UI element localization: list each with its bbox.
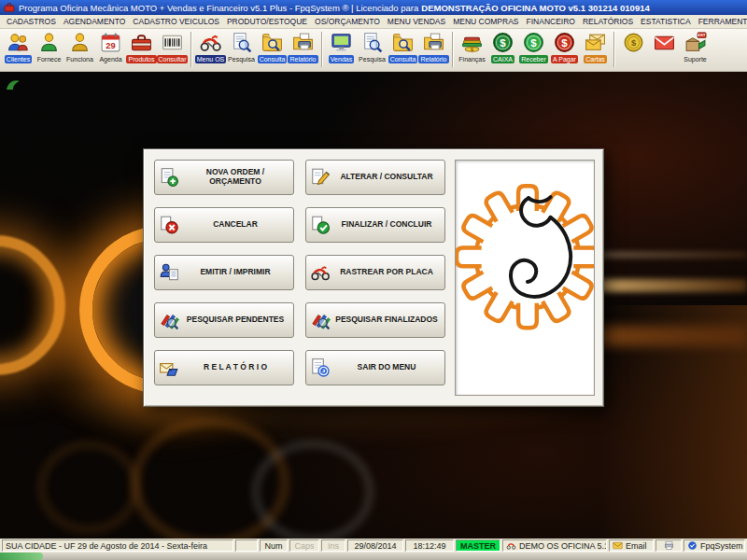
menu-item-relatorios[interactable]: RELATÓRIOS [579,16,637,27]
toolbar-agenda[interactable]: 29Agenda [95,31,126,70]
monitor-icon [330,31,353,54]
svg-text:EXIT: EXIT [698,34,706,37]
reflection-ring [252,441,374,539]
button-alterar[interactable]: ALTERAR / CONSULTAR [305,160,445,195]
button-label: R E L A T Ó R I O [181,363,289,372]
toolbar-label: Receber [519,55,547,63]
toolbar-separator [321,32,323,67]
svg-text:$: $ [631,38,637,48]
toolbar-suporte[interactable]: EXITSuporte [680,31,711,70]
toolbox-icon [130,31,153,54]
search-tools-icon [159,310,179,330]
coin-green-icon: $ [522,31,545,54]
button-label: RASTREAR POR PLACA [332,268,441,277]
toolbar-consulta-vendas[interactable]: Consulta [388,31,418,70]
mail-report-icon [159,357,179,378]
menu-item-label: ESTATISTICA [641,17,691,26]
support-icon: EXIT [684,31,707,54]
svg-text:$: $ [530,37,537,49]
svg-text:$: $ [500,37,506,49]
toolbar-fornecedores[interactable]: Fornece [34,31,64,70]
toolbar: ClientesForneceFunciona29AgendaProdutosC… [0,29,747,72]
button-cancelar[interactable]: CANCELAR [154,207,294,243]
toolbar-consultar-produtos[interactable]: Consultar [157,31,188,70]
cancel-icon [159,215,179,235]
button-relatorio[interactable]: R E L A T Ó R I O [154,350,294,385]
doc-search-icon [360,31,384,54]
toolbar-a-pagar[interactable]: $A Pagar [549,31,580,70]
menu-item-os-orcamento[interactable]: OS/ORÇAMENTO [311,16,384,27]
button-label: CANCELAR [181,220,289,230]
toolbar-pesquisa-vendas[interactable]: Pesquisa [357,31,388,70]
bottom-strip [0,553,747,560]
button-finalizar[interactable]: FINALIZAR / CONCLUIR [305,207,445,243]
menu-item-agendamento[interactable]: AGENDAMENTO [60,16,129,27]
toolbar-label: CAIXA [491,55,514,63]
menu-item-label: RELATÓRIOS [583,17,633,26]
button-pesquisar-finalizados[interactable]: PESQUISAR FINALIZADOS [305,302,445,338]
status-user-badge: MASTER [456,539,500,552]
button-pesquisar-pendentes[interactable]: PESQUISAR PENDENTES [154,302,294,338]
mail-red-icon [653,31,676,54]
app-window: Programa Oficina Mecânica MOTO + Vendas … [0,0,747,560]
menu-item-ferramentas[interactable]: FERRAMENTAS [695,16,747,27]
menu-item-cadastros[interactable]: CADASTROS [3,16,60,27]
toolbar-caixa[interactable]: $CAIXA [487,31,518,70]
menu-item-menu-compras[interactable]: MENU COMPRAS [449,16,522,27]
status-email[interactable]: Email [609,539,654,552]
toolbar-vendas[interactable]: Vendas [326,31,357,70]
toolbar-produtos[interactable]: Produtos [126,31,157,70]
toolbar-label: Suporte [682,55,709,63]
toolbar-separator [613,32,615,67]
toolbar-receber[interactable]: $Receber [518,31,549,70]
toolbar-moedas[interactable]: $ [618,31,649,70]
menu-item-estatistica[interactable]: ESTATISTICA [637,16,695,27]
toolbar-cartas[interactable]: Cartas [580,31,611,70]
button-rastrear[interactable]: RASTREAR POR PLACA [305,255,445,290]
menu-item-label: PRODUTO/ESTOQUE [227,17,307,26]
exit-icon [310,357,331,378]
folder-report-icon [291,31,315,54]
toolbar-financas[interactable]: $Finanças [457,31,487,70]
toolbar-pesquisa-os[interactable]: Pesquisa [226,31,257,70]
button-label: NOVA ORDEM / ORÇAMENTO [181,168,289,187]
button-emitir[interactable]: EMITIR / IMPRIMIR [154,255,294,290]
person-yellow-icon [68,31,92,54]
toolbar-label: Menu OS [195,55,227,63]
toolbar-label: Consulta [258,55,288,63]
button-label: FINALIZAR / CONCLUIR [332,220,441,230]
coin-gold-icon: $ [622,31,645,54]
toolbar-label: Finanças [457,55,486,63]
toolbar-relatorio-os[interactable]: Relatório [288,31,318,70]
toolbar-label: Vendas [329,55,354,63]
menu-item-produto-estoque[interactable]: PRODUTO/ESTOQUE [223,16,311,27]
toolbar-label: A Pagar [551,55,578,63]
status-bar: SUA CIDADE - UF 29 de Agosto de 2014 - S… [0,539,747,553]
toolbar-relatorio-vendas[interactable]: Relatório [418,31,449,70]
status-license: DEMO OS OFICINA 5.1 [502,539,607,552]
letters-icon [584,31,607,54]
status-spacer [235,539,258,552]
menu-item-label: FINANCEIRO [527,17,575,26]
status-location: SUA CIDADE - UF 29 de Agosto de 2014 - S… [2,539,233,552]
toolbar-separator [452,32,454,67]
toolbar-clientes[interactable]: Clientes [3,31,34,70]
toolbar-consulta-os[interactable]: Consulta [257,31,288,70]
status-insert: Ins [321,539,345,552]
button-sair[interactable]: SAIR DO MENU [305,350,445,385]
toolbar-label: Clientes [5,55,32,63]
coin-dark-green-icon: $ [491,31,514,54]
button-nova-ordem[interactable]: NOVA ORDEM / ORÇAMENTO [154,160,294,195]
os-menu-dialog: NOVA ORDEM / ORÇAMENTOALTERAR / CONSULTA… [143,148,604,407]
check-icon [310,215,331,235]
gear-wrench-logo [456,168,594,387]
toolbar-label: Agenda [97,55,123,63]
menu-item-menu-vendas[interactable]: MENU VENDAS [384,16,449,27]
svg-text:29: 29 [106,41,115,50]
toolbar-menu-os[interactable]: Menu OS [195,31,226,70]
menu-item-cadastro-veiculos[interactable]: CADASTRO VEICULOS [129,16,223,27]
toolbar-email-botao[interactable] [649,31,680,70]
toolbar-funcionarios[interactable]: Funciona [64,31,95,70]
menu-item-financeiro[interactable]: FINANCEIRO [523,16,579,27]
status-printer [655,539,682,552]
